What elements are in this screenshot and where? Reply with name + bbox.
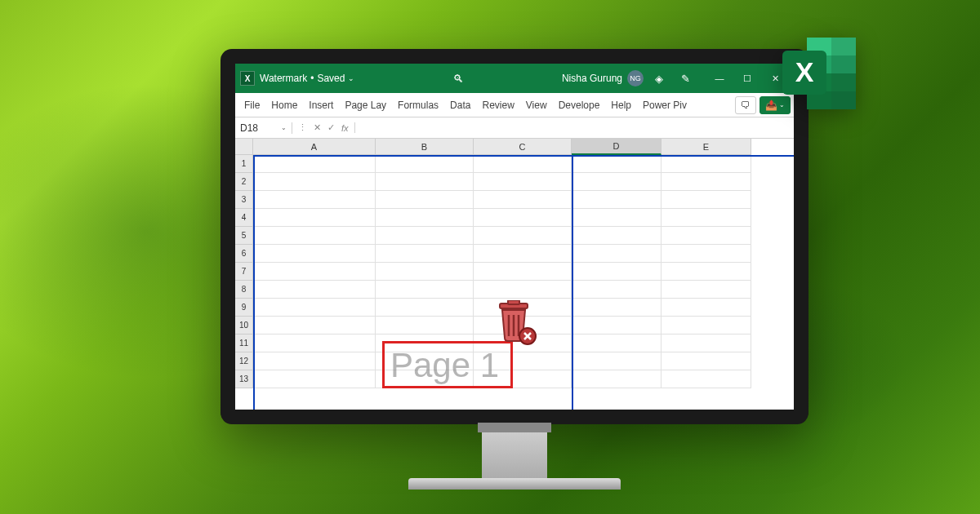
cell[interactable] [474,227,572,245]
cell[interactable] [376,227,474,245]
cell[interactable] [253,352,376,370]
cell[interactable] [376,299,474,317]
name-box[interactable]: D18 ⌄ [235,122,292,134]
cell[interactable] [572,245,662,263]
cell[interactable] [572,281,662,299]
chevron-down-icon[interactable]: ⌄ [281,124,287,131]
cell[interactable] [662,299,751,317]
cell[interactable] [474,245,572,263]
tab-developer[interactable]: Develope [553,93,606,117]
row-header[interactable]: 13 [235,370,253,388]
row-header[interactable]: 12 [235,352,253,370]
cell[interactable] [253,370,376,388]
cell[interactable] [474,209,572,227]
cell[interactable] [474,191,572,209]
row-header[interactable]: 10 [235,317,253,335]
diamond-icon[interactable]: ◈ [648,73,670,85]
cell[interactable] [662,155,751,173]
user-account[interactable]: Nisha Gurung NG [562,70,644,86]
minimize-button[interactable]: — [706,64,733,93]
cell[interactable] [662,227,751,245]
cell[interactable] [253,173,376,191]
column-header-b[interactable]: B [376,139,474,155]
cell[interactable] [662,352,751,370]
cell[interactable] [572,155,662,173]
column-header-c[interactable]: C [474,139,572,155]
tab-review[interactable]: Review [476,93,519,117]
tab-formulas[interactable]: Formulas [392,93,444,117]
brush-icon[interactable]: ✎ [675,73,696,85]
row-header[interactable]: 6 [235,245,253,263]
column-header-d[interactable]: D [572,139,662,155]
cell[interactable] [662,173,751,191]
enter-icon[interactable]: ✓ [325,122,337,133]
cell[interactable] [376,173,474,191]
cell[interactable] [662,335,751,352]
cell[interactable] [572,352,662,370]
cell[interactable] [253,155,376,173]
cell[interactable] [376,155,474,173]
cell[interactable] [572,317,662,335]
select-all-corner[interactable] [235,139,253,155]
chevron-down-icon[interactable]: ⌄ [348,74,354,82]
row-header[interactable]: 4 [235,209,253,227]
cell[interactable] [253,263,376,281]
tab-view[interactable]: View [520,93,553,117]
row-header[interactable]: 11 [235,335,253,352]
cell[interactable] [253,299,376,317]
page-break-vertical[interactable] [572,155,573,410]
cell[interactable] [253,227,376,245]
cell[interactable] [376,191,474,209]
cell[interactable] [376,209,474,227]
cell[interactable] [474,155,572,173]
cell[interactable] [572,209,662,227]
cell[interactable] [572,335,662,352]
cell[interactable] [253,191,376,209]
cell[interactable] [572,227,662,245]
cell[interactable] [253,281,376,299]
row-header[interactable]: 3 [235,191,253,209]
tab-page-layout[interactable]: Page Lay [339,93,392,117]
cell[interactable] [572,299,662,317]
maximize-button[interactable]: ☐ [733,64,761,93]
tab-file[interactable]: File [238,93,265,117]
app-icon-small[interactable]: X [240,71,255,86]
cell[interactable] [474,281,572,299]
column-header-a[interactable]: A [253,139,376,155]
dropdown-icon[interactable]: ⋮ [296,122,310,133]
cell[interactable] [662,245,751,263]
cell[interactable] [474,173,572,191]
tab-data[interactable]: Data [444,93,476,117]
cell[interactable] [662,263,751,281]
cell[interactable] [253,245,376,263]
document-title[interactable]: Watermark • Saved ⌄ [260,73,354,84]
spreadsheet-grid[interactable]: ABCDE 12345678910111213 Page 1 [235,139,794,410]
cell[interactable] [376,263,474,281]
cell[interactable] [572,263,662,281]
cell[interactable] [253,335,376,352]
tab-help[interactable]: Help [605,93,637,117]
row-header[interactable]: 2 [235,173,253,191]
column-header-e[interactable]: E [662,139,751,155]
cell[interactable] [376,281,474,299]
cell[interactable] [662,281,751,299]
cancel-icon[interactable]: ✕ [311,122,323,133]
cell[interactable] [253,317,376,335]
row-header[interactable]: 5 [235,227,253,245]
cell[interactable] [376,245,474,263]
comments-button[interactable]: 🗨 [735,96,756,114]
tab-insert[interactable]: Insert [303,93,339,117]
cell[interactable] [662,191,751,209]
cell[interactable] [662,317,751,335]
row-header[interactable]: 7 [235,263,253,281]
tab-home[interactable]: Home [265,93,303,117]
cell[interactable] [572,191,662,209]
cell[interactable] [253,209,376,227]
cell[interactable] [662,370,751,388]
fx-label[interactable]: fx [339,123,351,133]
search-icon[interactable]: 🔍︎ [453,73,464,85]
cell[interactable] [376,317,474,335]
cell[interactable] [474,263,572,281]
tab-power-pivot[interactable]: Power Piv [637,93,693,117]
cell[interactable] [572,370,662,388]
